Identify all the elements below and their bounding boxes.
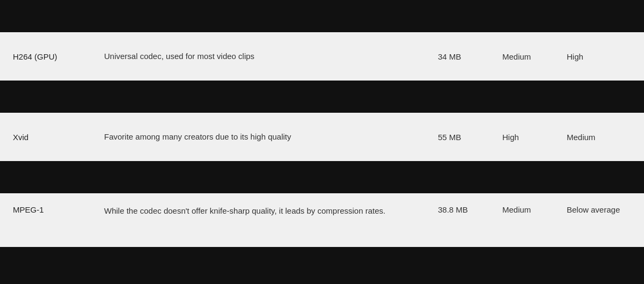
codec-quality: High	[502, 133, 567, 142]
codec-quality: Medium	[502, 52, 567, 61]
codec-name: MPEG-1	[13, 205, 104, 214]
codec-description: Universal codec, used for most video cli…	[104, 50, 438, 63]
table-row: Xvid Favorite among many creators due to…	[0, 113, 644, 161]
codec-size: 34 MB	[438, 52, 502, 61]
separator-top	[0, 0, 644, 32]
codec-speed: Medium	[567, 133, 631, 142]
separator-middle-1	[0, 81, 644, 113]
table-row: MPEG-1 While the codec doesn't offer kni…	[0, 193, 644, 247]
separator-middle-2	[0, 161, 644, 193]
codec-description: Favorite among many creators due to its …	[104, 131, 438, 143]
separator-bottom	[0, 247, 644, 284]
table-row: H264 (GPU) Universal codec, used for mos…	[0, 32, 644, 81]
codec-name: H264 (GPU)	[13, 52, 104, 61]
codec-size: 38.8 MB	[438, 205, 502, 214]
codec-description: While the codec doesn't offer knife-shar…	[104, 205, 438, 217]
codec-name: Xvid	[13, 133, 104, 142]
codec-table: H264 (GPU) Universal codec, used for mos…	[0, 0, 644, 284]
codec-speed: Below average	[567, 205, 631, 214]
codec-speed: High	[567, 52, 631, 61]
codec-size: 55 MB	[438, 133, 502, 142]
codec-quality: Medium	[502, 205, 567, 214]
